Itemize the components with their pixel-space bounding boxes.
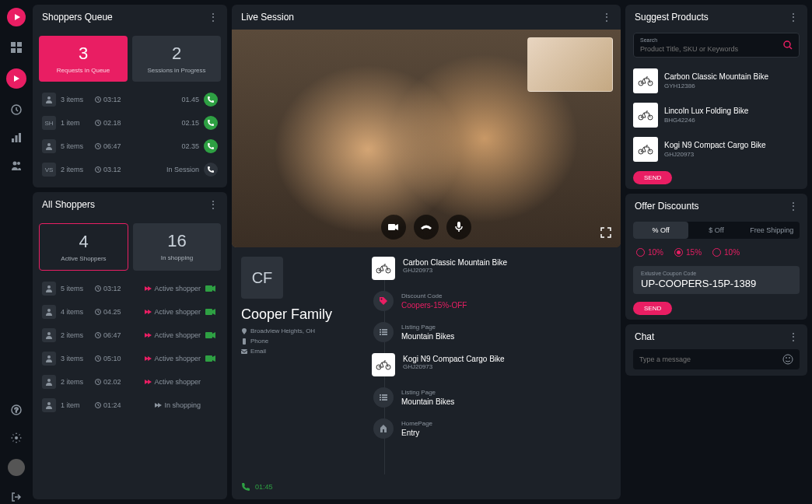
product-row[interactable]: Lincoln Lux Folding Bike BHG42246 (625, 98, 807, 132)
shopper-row[interactable]: 2 items 02.02 Active shopper (39, 370, 221, 394)
svg-point-64 (786, 358, 787, 359)
stat-requests[interactable]: 3 Requests in Queue (39, 36, 128, 82)
discount-tab[interactable]: $ Off (688, 222, 744, 239)
queue-row[interactable]: VS 2 items 03.12 In Session (39, 158, 221, 181)
svg-rect-37 (243, 338, 246, 345)
discount-tab[interactable]: % Off (633, 222, 688, 239)
svg-point-65 (789, 358, 790, 359)
discount-tab[interactable]: Free Shipping (744, 222, 800, 239)
search-icon[interactable] (783, 40, 793, 50)
timeline-item: Listing Page Mountain Bikes (372, 387, 611, 408)
shopper-time: 06:47 (95, 331, 121, 339)
nav-history-icon[interactable] (9, 103, 23, 117)
chat-input[interactable] (639, 355, 782, 363)
customer-email[interactable]: Email (241, 348, 366, 355)
nav-logout-icon[interactable] (9, 490, 23, 504)
svg-point-16 (47, 143, 51, 146)
nav-analytics-icon[interactable] (9, 131, 23, 145)
shopper-items: 4 items (61, 308, 90, 316)
video-expand-icon[interactable] (600, 227, 611, 238)
timeline-icon (372, 353, 395, 376)
customer-initials: CF (241, 257, 283, 299)
svg-point-13 (47, 96, 51, 100)
all-menu-icon[interactable]: ⋮ (208, 198, 218, 211)
live-menu-icon[interactable]: ⋮ (601, 11, 611, 23)
shopper-items: 2 items (61, 378, 90, 386)
svg-point-31 (47, 379, 51, 382)
video-mic-button[interactable] (446, 215, 471, 240)
product-row[interactable]: Kogi N9 Compact Cargo Bike GHJ20973 (625, 132, 807, 166)
stat-active[interactable]: 4 Active Shoppers (39, 223, 128, 271)
svg-rect-36 (457, 222, 460, 228)
video-camera-button[interactable] (381, 215, 406, 240)
product-search[interactable]: Search (633, 33, 800, 58)
nav-dashboard-icon[interactable] (9, 40, 23, 54)
queue-row[interactable]: 3 items 03:12 01.45 (39, 88, 221, 111)
queue-time: 06:47 (95, 142, 121, 150)
timeline-title: Carbon Classic Mountain Bike (403, 258, 507, 267)
shopper-time: 04.25 (95, 308, 121, 316)
call-button[interactable] (204, 93, 218, 107)
product-sku: GYH12386 (664, 82, 800, 89)
shopper-row[interactable]: 2 items 06:47 Active shopper (39, 324, 221, 347)
shopper-row[interactable]: 5 items 03:12 Active shopper (39, 277, 221, 300)
discount-radio[interactable]: 10% (712, 248, 740, 257)
queue-menu-icon[interactable]: ⋮ (208, 11, 218, 23)
discount-menu-icon[interactable]: ⋮ (788, 200, 798, 212)
svg-point-9 (17, 162, 20, 165)
shopper-avatar (42, 352, 56, 366)
nav-settings-icon[interactable] (9, 431, 23, 445)
customer-location: Broadview Heights, OH (241, 327, 366, 334)
shopper-row[interactable]: 1 item 01:24 In shopping (39, 394, 221, 417)
timeline-title: Mountain Bikes (401, 332, 454, 341)
svg-rect-47 (382, 334, 387, 335)
call-button[interactable] (204, 116, 218, 130)
stat-sessions[interactable]: 2 Sessions in Progress (132, 36, 221, 82)
svg-rect-54 (380, 399, 381, 401)
video-hangup-button[interactable] (414, 215, 439, 240)
product-sku: GHJ20973 (664, 151, 800, 158)
product-sku: BHG42246 (664, 117, 800, 124)
search-input[interactable] (640, 45, 777, 53)
chat-panel: Chat ⋮ (625, 324, 807, 376)
shoppers-queue-panel: Shoppers Queue ⋮ 3 Requests in Queue 2 S… (33, 5, 227, 187)
shopper-status: Active shopper (144, 308, 201, 316)
shopper-avatar (42, 375, 56, 389)
queue-avatar (42, 93, 56, 107)
all-title: All Shoppers (42, 199, 95, 210)
nav-people-icon[interactable] (9, 159, 23, 173)
suggest-send-button[interactable]: SEND (633, 171, 672, 184)
timeline-title: Coopers-15%-OFF (401, 301, 467, 310)
suggest-menu-icon[interactable]: ⋮ (788, 11, 798, 23)
nav-live-icon[interactable] (6, 68, 26, 89)
stat-inshopping[interactable]: 16 In shopping (133, 223, 221, 271)
svg-rect-5 (12, 138, 14, 142)
queue-avatar: VS (42, 163, 56, 177)
emoji-icon[interactable] (782, 354, 793, 365)
timeline-item: Discount Code Coopers-15%-OFF (372, 291, 611, 311)
product-row[interactable]: Carbon Classic Mountain Bike GYH12386 (625, 64, 807, 98)
discount-radio[interactable]: 15% (674, 248, 702, 257)
svg-rect-2 (11, 48, 16, 53)
queue-row[interactable]: SH 1 item 02.18 02.15 (39, 111, 221, 135)
call-button[interactable] (204, 163, 218, 177)
customer-phone[interactable]: Phone (241, 338, 366, 345)
shopper-time: 05:10 (95, 355, 121, 362)
queue-row[interactable]: 5 items 06:47 02.35 (39, 135, 221, 158)
queue-items: 1 item (61, 119, 90, 127)
discount-send-button[interactable]: SEND (633, 302, 672, 315)
shopper-items: 5 items (61, 285, 90, 292)
chat-menu-icon[interactable]: ⋮ (788, 331, 798, 343)
nav-help-icon[interactable]: ? (9, 403, 23, 417)
customer-card: CF Cooper Family Broadview Heights, OH P… (241, 257, 366, 490)
video-pip[interactable] (527, 37, 613, 92)
svg-rect-21 (205, 285, 212, 292)
shopper-row[interactable]: 4 items 04.25 Active shopper (39, 300, 221, 324)
discount-radio[interactable]: 10% (636, 248, 663, 257)
user-avatar[interactable] (8, 459, 25, 476)
timeline-title: Entry (401, 429, 432, 437)
product-image (633, 103, 658, 128)
queue-items: 3 items (61, 96, 90, 103)
shopper-row[interactable]: 3 items 05:10 Active shopper (39, 347, 221, 370)
call-button[interactable] (204, 139, 218, 153)
